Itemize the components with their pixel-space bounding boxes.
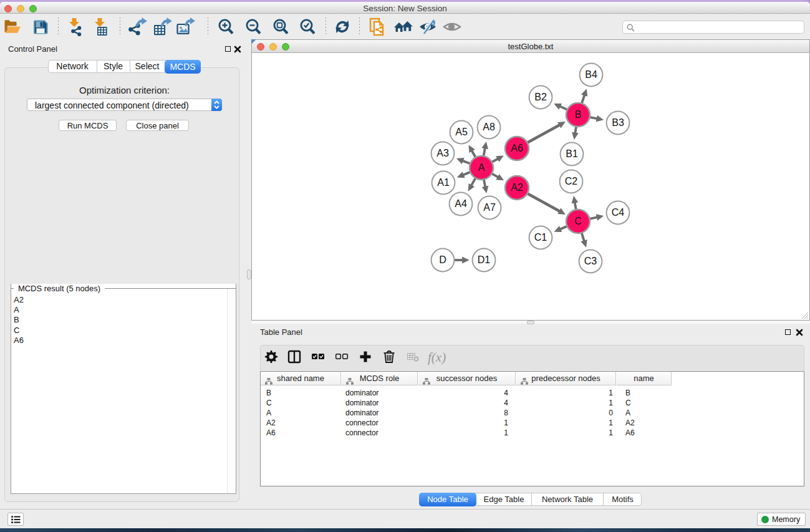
svg-text:C2: C2 (565, 176, 578, 186)
svg-text:B2: B2 (534, 92, 547, 102)
svg-text:D: D (439, 254, 446, 265)
svg-text:A: A (478, 162, 485, 173)
svg-text:A3: A3 (436, 148, 449, 158)
svg-text:A4: A4 (455, 198, 467, 209)
svg-text:B1: B1 (566, 148, 578, 159)
svg-text:B4: B4 (585, 69, 597, 80)
svg-text:C4: C4 (612, 207, 625, 218)
svg-text:A7: A7 (483, 202, 496, 213)
svg-text:A5: A5 (455, 127, 468, 137)
svg-text:A1: A1 (437, 177, 450, 188)
svg-text:C: C (574, 216, 582, 226)
svg-text:A2: A2 (511, 182, 523, 193)
svg-text:D1: D1 (478, 254, 491, 265)
svg-text:C1: C1 (534, 232, 547, 243)
svg-text:A8: A8 (483, 122, 495, 132)
svg-text:A6: A6 (511, 143, 523, 153)
svg-text:C3: C3 (584, 256, 597, 266)
svg-text:B: B (575, 109, 582, 120)
svg-text:B3: B3 (612, 117, 624, 128)
